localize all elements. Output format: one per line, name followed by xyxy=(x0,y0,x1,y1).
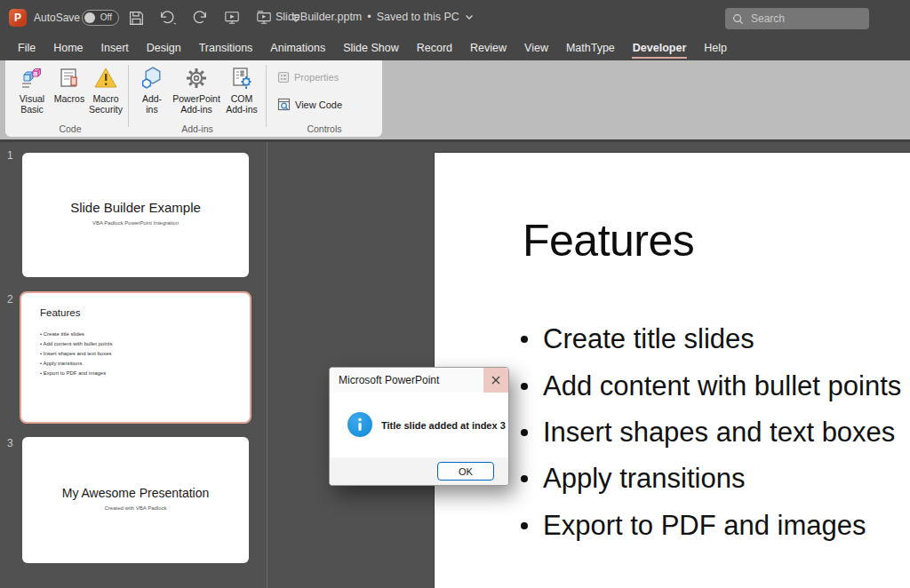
message-dialog: Microsoft PowerPoint Title slide added a… xyxy=(329,367,509,486)
gear-icon xyxy=(184,66,209,91)
dialog-titlebar[interactable]: Microsoft PowerPoint xyxy=(330,368,508,393)
tab-file[interactable]: File xyxy=(9,37,44,59)
bullet-dot-icon xyxy=(521,475,528,482)
dialog-footer: OK xyxy=(330,457,508,485)
slide-thumbnail-3[interactable]: My Awesome Presentation Created with VBA… xyxy=(22,437,249,563)
add-ins-button[interactable]: Add- ins xyxy=(135,65,169,115)
slide-thumbnail-2-selected[interactable]: Features Create title slides Add content… xyxy=(20,291,251,424)
tab-insert[interactable]: Insert xyxy=(92,37,138,59)
tab-home[interactable]: Home xyxy=(44,37,92,59)
macro-security-warning-icon xyxy=(93,66,118,91)
slide-number: 1 xyxy=(7,149,13,162)
thumb-bullets: Create title slides Add content with bul… xyxy=(40,330,113,378)
close-icon xyxy=(491,376,500,385)
start-slideshow-button[interactable] xyxy=(222,8,242,28)
thumb-subtitle: Created with VBA Padlock xyxy=(22,505,249,511)
redo-button[interactable] xyxy=(190,8,210,28)
undo-button[interactable] xyxy=(158,8,178,28)
thumb-subtitle: VBA Padlock PowerPoint Integration xyxy=(22,220,249,226)
ok-button[interactable]: OK xyxy=(437,462,494,481)
tab-help[interactable]: Help xyxy=(695,37,736,59)
view-code-button[interactable]: View Code xyxy=(277,98,342,111)
search-input[interactable] xyxy=(751,12,849,25)
add-ins-hexagon-icon xyxy=(140,66,164,91)
document-filename: SlideBuilder.pptm xyxy=(275,11,362,23)
group-separator xyxy=(128,65,129,127)
bullet-dot-icon xyxy=(521,429,528,436)
properties-icon xyxy=(277,71,290,83)
thumb-title: Features xyxy=(40,307,80,318)
title-separator: • xyxy=(367,11,371,23)
panel-divider[interactable] xyxy=(267,142,267,588)
autosave-label: AutoSave xyxy=(34,12,80,24)
macros-icon xyxy=(58,67,81,90)
present-from-beginning-icon xyxy=(256,10,272,26)
tab-mathtype[interactable]: MathType xyxy=(557,37,624,59)
visual-basic-button[interactable]: Visual Basic xyxy=(12,65,52,115)
tab-design[interactable]: Design xyxy=(138,37,190,59)
info-icon xyxy=(347,412,372,437)
slide-number: 3 xyxy=(7,437,13,449)
tab-developer[interactable]: Developer xyxy=(624,37,695,59)
slide-body-textbox[interactable]: Create title slides Add content with bul… xyxy=(521,316,901,549)
view-code-icon xyxy=(277,98,291,111)
titlebar: P AutoSave Off xyxy=(0,0,910,36)
powerpoint-app-icon[interactable]: P xyxy=(9,9,27,27)
thumb-title: My Awesome Presentation xyxy=(22,486,249,500)
search-box[interactable] xyxy=(725,8,869,29)
tab-review[interactable]: Review xyxy=(461,37,515,59)
save-button[interactable] xyxy=(126,8,146,28)
document-title[interactable]: SlideBuilder.pptm • Saved to this PC xyxy=(275,11,474,23)
dialog-body: Title slide added at index 3 xyxy=(330,393,508,457)
macro-security-button[interactable]: Macro Security xyxy=(87,65,124,115)
group-label-add-ins: Add-ins xyxy=(129,123,266,134)
group-label-controls: Controls xyxy=(267,123,382,134)
slide-title-textbox[interactable]: Features xyxy=(523,215,694,266)
bullet-dot-icon xyxy=(521,336,528,343)
tab-record[interactable]: Record xyxy=(408,37,461,59)
group-label-code: Code xyxy=(12,123,128,134)
properties-button[interactable]: Properties xyxy=(277,71,339,83)
bullet-dot-icon xyxy=(521,383,528,390)
tab-slide-show[interactable]: Slide Show xyxy=(334,37,408,59)
slide-number: 2 xyxy=(7,293,13,306)
autosave-toggle[interactable]: Off xyxy=(82,10,119,26)
tab-transitions[interactable]: Transitions xyxy=(190,37,262,59)
workspace: 1 Slide Builder Example VBA Padlock Powe… xyxy=(0,142,910,588)
ribbon-developer: Visual Basic Macros xyxy=(0,60,910,142)
group-separator xyxy=(266,65,267,127)
dialog-message: Title slide added at index 3 xyxy=(381,393,506,457)
chevron-down-icon xyxy=(465,14,474,20)
powerpoint-add-ins-button[interactable]: PowerPoint Add-ins xyxy=(171,65,222,115)
com-add-ins-button[interactable]: COM Add-ins xyxy=(222,65,261,115)
ribbon-tab-row: File Home Insert Design Transitions Anim… xyxy=(0,36,910,60)
search-icon xyxy=(732,13,744,25)
bullet-dot-icon xyxy=(521,522,528,529)
dialog-title: Microsoft PowerPoint xyxy=(339,374,439,386)
toggle-knob-icon xyxy=(84,12,95,23)
slide-thumbnail-1[interactable]: Slide Builder Example VBA Padlock PowerP… xyxy=(22,153,249,277)
dialog-close-button[interactable] xyxy=(483,368,508,393)
document-save-status: Saved to this PC xyxy=(377,11,459,23)
present-from-beginning-button[interactable] xyxy=(254,8,274,28)
visual-basic-icon xyxy=(20,66,44,91)
autosave-state: Off xyxy=(100,12,112,22)
slideshow-icon xyxy=(224,10,240,26)
thumb-title: Slide Builder Example xyxy=(22,200,249,215)
com-add-ins-icon xyxy=(229,66,254,91)
save-icon xyxy=(129,11,144,26)
macros-button[interactable]: Macros xyxy=(52,65,87,104)
undo-icon xyxy=(159,10,177,26)
tab-view[interactable]: View xyxy=(515,37,557,59)
ribbon-panel: Visual Basic Macros xyxy=(5,60,382,137)
tab-animations[interactable]: Animations xyxy=(261,37,334,59)
redo-icon xyxy=(192,10,208,26)
